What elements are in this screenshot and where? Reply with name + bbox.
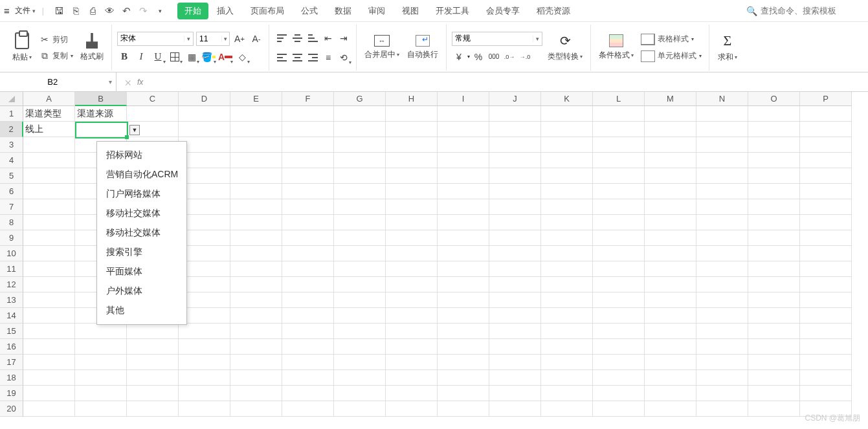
cell-I9[interactable]: [438, 230, 489, 246]
cell-E2[interactable]: [230, 122, 282, 137]
col-header-D[interactable]: D: [179, 92, 230, 106]
cell-G10[interactable]: [334, 246, 386, 261]
cell-E10[interactable]: [230, 246, 282, 261]
cell-K14[interactable]: [541, 308, 593, 324]
cell-F13[interactable]: [282, 292, 334, 308]
cell-L7[interactable]: [593, 199, 645, 215]
cell-N16[interactable]: [696, 339, 748, 355]
cell-M15[interactable]: [645, 324, 696, 339]
cell-F4[interactable]: [282, 153, 334, 168]
cell-P16[interactable]: [800, 339, 852, 355]
cell-M13[interactable]: [645, 292, 696, 308]
row-header-3[interactable]: 3: [0, 137, 23, 153]
col-header-F[interactable]: F: [282, 92, 334, 106]
cell-O17[interactable]: [748, 355, 800, 370]
col-header-K[interactable]: K: [541, 92, 593, 106]
cell-G20[interactable]: [334, 401, 386, 417]
cell-D2[interactable]: [179, 122, 230, 137]
indent-inc-button[interactable]: ⇥: [337, 31, 351, 45]
cell-H3[interactable]: [386, 137, 438, 153]
cell-M2[interactable]: [645, 122, 696, 137]
cell-L13[interactable]: [593, 292, 645, 308]
cell-N2[interactable]: [696, 122, 748, 137]
cell-I20[interactable]: [438, 401, 489, 417]
cell-F11[interactable]: [282, 261, 334, 277]
cell-A16[interactable]: [23, 339, 75, 355]
cell-I13[interactable]: [438, 292, 489, 308]
cell-I3[interactable]: [438, 137, 489, 153]
cell-A2[interactable]: 线上: [23, 122, 75, 137]
cell-C19[interactable]: [127, 386, 179, 401]
cell-style-button[interactable]: 单元格样式▾: [639, 49, 704, 63]
cell-E16[interactable]: [230, 339, 282, 355]
cell-F3[interactable]: [282, 137, 334, 153]
cell-M14[interactable]: [645, 308, 696, 324]
cell-K6[interactable]: [541, 184, 593, 199]
cell-E1[interactable]: [230, 106, 282, 122]
cell-K4[interactable]: [541, 153, 593, 168]
cell-P9[interactable]: [800, 230, 852, 246]
cell-H14[interactable]: [386, 308, 438, 324]
cell-M17[interactable]: [645, 355, 696, 370]
cell-I11[interactable]: [438, 261, 489, 277]
cell-H5[interactable]: [386, 168, 438, 184]
cell-I18[interactable]: [438, 370, 489, 386]
cell-K5[interactable]: [541, 168, 593, 184]
row-header-20[interactable]: 20: [0, 401, 23, 417]
cell-M1[interactable]: [645, 106, 696, 122]
cell-H20[interactable]: [386, 401, 438, 417]
cell-M8[interactable]: [645, 215, 696, 230]
cell-L1[interactable]: [593, 106, 645, 122]
cell-O1[interactable]: [748, 106, 800, 122]
cell-E17[interactable]: [230, 355, 282, 370]
cell-A12[interactable]: [23, 277, 75, 292]
cell-K8[interactable]: [541, 215, 593, 230]
cell-E15[interactable]: [230, 324, 282, 339]
type-convert-button[interactable]: ⟳ 类型转换▾: [545, 32, 585, 63]
format-painter-button[interactable]: 格式刷: [78, 32, 106, 63]
row-header-8[interactable]: 8: [0, 215, 23, 230]
cell-L5[interactable]: [593, 168, 645, 184]
col-header-E[interactable]: E: [230, 92, 282, 106]
cell-A1[interactable]: 渠道类型: [23, 106, 75, 122]
cell-G19[interactable]: [334, 386, 386, 401]
row-header-16[interactable]: 16: [0, 339, 23, 355]
cut-button[interactable]: ✂剪切: [38, 33, 75, 47]
cell-J17[interactable]: [489, 355, 541, 370]
cell-A4[interactable]: [23, 153, 75, 168]
cell-N12[interactable]: [696, 277, 748, 292]
cell-A13[interactable]: [23, 292, 75, 308]
cell-P6[interactable]: [800, 184, 852, 199]
cell-I6[interactable]: [438, 184, 489, 199]
print-icon[interactable]: ⎙: [87, 5, 100, 17]
cell-C1[interactable]: [127, 106, 179, 122]
cell-A20[interactable]: [23, 401, 75, 417]
col-header-L[interactable]: L: [593, 92, 645, 106]
cell-A19[interactable]: [23, 386, 75, 401]
cell-K20[interactable]: [541, 401, 593, 417]
cell-H19[interactable]: [386, 386, 438, 401]
cell-F1[interactable]: [282, 106, 334, 122]
cell-I15[interactable]: [438, 324, 489, 339]
cell-P2[interactable]: [800, 122, 852, 137]
cell-dropdown-button[interactable]: ▼: [129, 125, 140, 135]
col-header-I[interactable]: I: [438, 92, 489, 106]
tab-0[interactable]: 开始: [177, 3, 208, 19]
cell-M10[interactable]: [645, 246, 696, 261]
row-header-6[interactable]: 6: [0, 184, 23, 199]
row-header-7[interactable]: 7: [0, 199, 23, 215]
tab-3[interactable]: 公式: [293, 1, 326, 21]
cell-H15[interactable]: [386, 324, 438, 339]
cell-I1[interactable]: [438, 106, 489, 122]
cell-A7[interactable]: [23, 199, 75, 215]
cell-C15[interactable]: [127, 324, 179, 339]
cell-F14[interactable]: [282, 308, 334, 324]
row-header-9[interactable]: 9: [0, 230, 23, 246]
cell-P14[interactable]: [800, 308, 852, 324]
cell-K7[interactable]: [541, 199, 593, 215]
cell-P7[interactable]: [800, 199, 852, 215]
cell-K1[interactable]: [541, 106, 593, 122]
cell-G9[interactable]: [334, 230, 386, 246]
cell-K2[interactable]: [541, 122, 593, 137]
border-button[interactable]: ▾: [168, 50, 182, 64]
